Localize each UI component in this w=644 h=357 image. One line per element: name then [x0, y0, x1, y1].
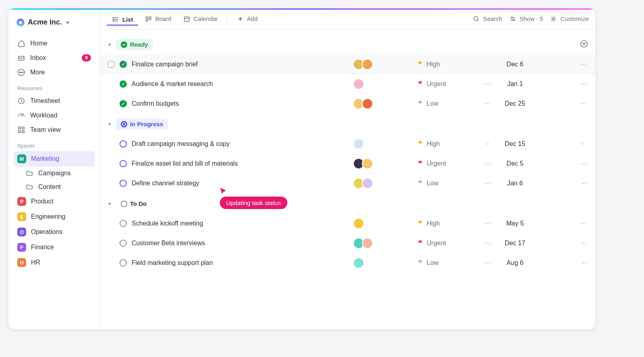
- avatar[interactable]: [362, 98, 373, 109]
- row-actions[interactable]: ···: [568, 160, 588, 167]
- row-actions[interactable]: ···: [568, 220, 588, 227]
- view-board[interactable]: Board: [140, 12, 176, 25]
- row-actions[interactable]: ···: [568, 240, 588, 247]
- task-row[interactable]: Finalize asset list and bill of material…: [100, 154, 595, 174]
- board-icon: [144, 15, 153, 23]
- add-view[interactable]: Add: [231, 12, 263, 25]
- avatar[interactable]: [362, 178, 373, 189]
- task-row[interactable]: Schedule kickoff meeting High ··· May 5 …: [100, 214, 595, 234]
- add-task-icon[interactable]: [580, 40, 588, 49]
- nav-home[interactable]: Home: [13, 36, 95, 51]
- task-status-icon[interactable]: [120, 220, 127, 227]
- task-status-icon[interactable]: [120, 100, 127, 107]
- due-date[interactable]: Dec 5: [498, 160, 532, 167]
- avatar[interactable]: [353, 257, 364, 269]
- status-progress-icon: [121, 121, 127, 127]
- show-button[interactable]: Show · 5: [509, 15, 543, 23]
- priority-cell[interactable]: High: [417, 140, 478, 148]
- view-calendar[interactable]: Calendar: [178, 12, 223, 25]
- more-cell[interactable]: ···: [478, 180, 498, 187]
- more-cell[interactable]: ···: [478, 140, 498, 148]
- task-row[interactable]: Draft campaign messaging & copy High ···…: [100, 134, 595, 154]
- avatar[interactable]: [353, 138, 364, 150]
- workspace-selector[interactable]: Acme Inc.: [13, 16, 95, 28]
- task-row[interactable]: Finalize campaign brief High Dec 6 ···: [100, 55, 595, 74]
- nav-team-view[interactable]: Team view: [13, 123, 95, 137]
- nav-inbox[interactable]: Inbox 9: [13, 51, 95, 65]
- space-item-marketing[interactable]: MMarketing: [13, 151, 95, 166]
- search-button[interactable]: Search: [472, 15, 502, 23]
- priority-label: Urgent: [427, 160, 446, 167]
- more-cell[interactable]: ···: [478, 259, 498, 267]
- priority-cell[interactable]: Urgent: [417, 240, 478, 247]
- folder-item[interactable]: Content: [13, 180, 95, 194]
- customize-button[interactable]: Customize: [549, 15, 589, 23]
- row-actions[interactable]: ···: [568, 259, 588, 267]
- status-pill[interactable]: In Progress: [116, 119, 168, 129]
- task-checkbox[interactable]: [107, 61, 115, 68]
- nav-timesheet[interactable]: Timesheet: [13, 94, 95, 108]
- priority-cell[interactable]: Urgent: [417, 80, 478, 88]
- task-status-icon[interactable]: [120, 140, 127, 148]
- nav-more[interactable]: More: [13, 65, 95, 80]
- due-date[interactable]: Dec 17: [498, 240, 532, 247]
- task-row[interactable]: Audience & market research Urgent ··· Ja…: [100, 74, 595, 94]
- task-row[interactable]: Customer Beta interviews Urgent ··· Dec …: [100, 234, 595, 253]
- due-date[interactable]: Dec 6: [498, 61, 532, 68]
- collapse-icon[interactable]: ▼: [107, 201, 112, 206]
- task-status-icon[interactable]: [120, 61, 127, 68]
- more-cell[interactable]: ···: [478, 240, 498, 247]
- row-actions[interactable]: ···: [568, 61, 588, 68]
- svg-point-9: [113, 17, 114, 18]
- priority-cell[interactable]: High: [417, 220, 478, 228]
- space-badge: M: [17, 154, 26, 163]
- task-row[interactable]: Confirm budgets Low ··· Dec 25 ···: [100, 94, 595, 114]
- priority-cell[interactable]: High: [417, 61, 478, 68]
- collapse-icon[interactable]: ▼: [107, 122, 112, 127]
- status-pill[interactable]: To Do: [116, 198, 151, 209]
- avatar[interactable]: [353, 78, 364, 90]
- priority-label: Low: [427, 180, 438, 187]
- avatar[interactable]: [362, 158, 373, 169]
- priority-label: High: [427, 61, 440, 68]
- avatar[interactable]: [353, 218, 364, 229]
- row-actions[interactable]: ···: [568, 180, 588, 187]
- task-status-icon[interactable]: [120, 160, 127, 167]
- more-cell[interactable]: ···: [478, 220, 498, 227]
- due-date[interactable]: Jan 1: [498, 80, 532, 88]
- task-status-icon[interactable]: [120, 240, 127, 247]
- task-row[interactable]: Define channel strategy Low ··· Jan 6 ··…: [100, 174, 595, 193]
- due-date[interactable]: May 5: [498, 220, 532, 227]
- avatar[interactable]: [362, 59, 373, 70]
- plus-icon: [236, 15, 244, 23]
- task-status-icon[interactable]: [120, 259, 127, 267]
- avatar[interactable]: [362, 238, 373, 249]
- view-list[interactable]: List: [107, 13, 138, 26]
- row-actions[interactable]: ···: [568, 80, 588, 88]
- space-item-operations[interactable]: OOperations: [13, 224, 95, 240]
- row-actions[interactable]: ···: [568, 140, 588, 148]
- nav-workload[interactable]: Workload: [13, 108, 95, 123]
- space-item-hr[interactable]: HHR: [13, 255, 95, 270]
- task-status-icon[interactable]: [120, 180, 127, 187]
- space-item-product[interactable]: PProduct: [13, 194, 95, 209]
- row-actions[interactable]: ···: [568, 100, 588, 107]
- folder-item[interactable]: Campaigns: [13, 166, 95, 180]
- priority-cell[interactable]: Low: [417, 259, 478, 267]
- due-date[interactable]: Dec 25: [498, 100, 532, 107]
- task-status-icon[interactable]: [120, 80, 127, 88]
- due-date[interactable]: Aug 6: [498, 259, 532, 267]
- due-date[interactable]: Dec 15: [498, 140, 532, 148]
- priority-cell[interactable]: Urgent: [417, 160, 478, 168]
- more-cell[interactable]: ···: [478, 100, 498, 107]
- more-cell[interactable]: ···: [478, 80, 498, 88]
- priority-cell[interactable]: Low: [417, 180, 478, 187]
- space-item-engineering[interactable]: EEngineering: [13, 209, 95, 224]
- status-pill[interactable]: Ready: [116, 39, 153, 50]
- priority-cell[interactable]: Low: [417, 100, 478, 108]
- task-row[interactable]: Field marketing support plan Low ··· Aug…: [100, 253, 595, 273]
- space-item-finance[interactable]: FFinance: [13, 240, 95, 255]
- more-cell[interactable]: ···: [478, 160, 498, 167]
- due-date[interactable]: Jan 6: [498, 180, 532, 187]
- collapse-icon[interactable]: ▼: [107, 42, 112, 47]
